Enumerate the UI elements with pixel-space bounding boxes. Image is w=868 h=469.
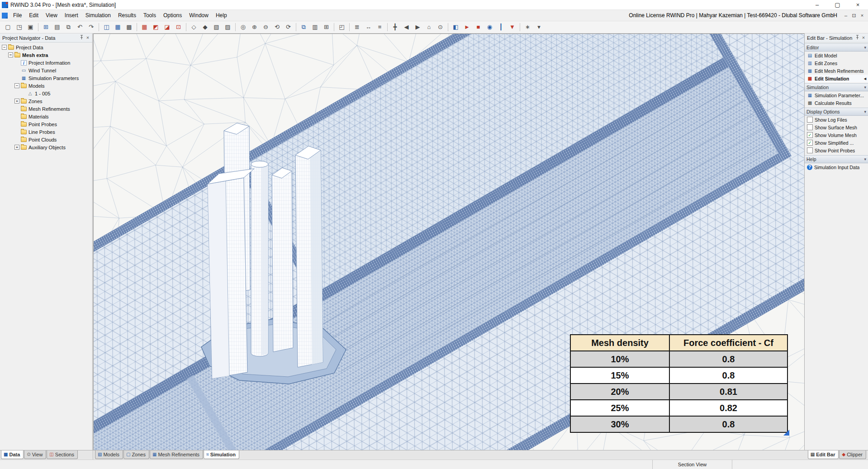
close-icon[interactable]: × (85, 35, 91, 41)
tab-sections[interactable]: ◫Sections (47, 450, 78, 459)
new-project-icon[interactable]: ▢ (3, 22, 13, 32)
menu-window[interactable]: Window (185, 10, 212, 21)
display-lines-icon[interactable]: ≣ (352, 22, 362, 32)
tab-view[interactable]: ⊙View (24, 450, 46, 459)
tree-item-zones[interactable]: +Zones (0, 97, 92, 105)
display-settings-icon[interactable]: ∗ (522, 22, 533, 32)
zoom-window-icon[interactable]: ◎ (238, 22, 248, 32)
checkbox-show-volume-mesh[interactable]: ✓Show Volume Mesh (805, 131, 868, 139)
section-box-icon[interactable]: ◰ (337, 22, 347, 32)
tree-item-mesh-extra[interactable]: −Mesh extra (0, 51, 92, 59)
copy-icon[interactable]: ⧉ (63, 22, 74, 32)
stop-calculation-icon[interactable]: ■ (473, 22, 484, 32)
editbar-item-edit-zones[interactable]: ▥Edit Zones (805, 59, 868, 67)
tab-edit-bar[interactable]: ▤Edit Bar (808, 450, 839, 459)
more-options-icon[interactable]: ▾ (534, 22, 544, 32)
collapse-icon[interactable]: − (2, 45, 7, 50)
generate-mesh-icon[interactable]: ▦ (139, 22, 150, 32)
child-restore-button[interactable]: ⊡ (850, 13, 858, 19)
child-minimize-button[interactable]: – (842, 13, 850, 19)
pin-icon[interactable] (854, 35, 860, 41)
wireframe-view-icon[interactable]: ◇ (189, 22, 199, 32)
menu-file[interactable]: File (9, 10, 25, 21)
section-header-simulation[interactable]: Simulation▾ (805, 83, 868, 91)
zoom-in-icon[interactable]: ⊕ (249, 22, 260, 32)
close-icon[interactable]: × (860, 35, 867, 41)
checkbox-show-log-files[interactable]: Show Log Files (805, 116, 868, 123)
viewport-3d[interactable]: Mesh densityForce coefficient - Cf10%0.8… (93, 33, 805, 451)
editbar-item-simulation-parameter[interactable]: ▦Simulation Parameter... (805, 91, 868, 99)
tree-item-project-data[interactable]: −Project Data (0, 43, 92, 51)
menu-insert[interactable]: Insert (61, 10, 82, 21)
tree-item-point-clouds[interactable]: Point Clouds (0, 136, 92, 143)
section-header-editor[interactable]: Editor▾ (805, 43, 868, 52)
print-graphic-icon[interactable]: ▥ (310, 22, 320, 32)
unchecked-checkbox-icon[interactable] (807, 124, 813, 130)
wind-direction-icon[interactable]: ► (462, 22, 472, 32)
view-right-icon[interactable]: ▶ (413, 22, 423, 32)
line-probe-icon[interactable]: ┃ (496, 22, 506, 32)
menu-simulation[interactable]: Simulation (82, 10, 114, 21)
expand-icon[interactable]: + (14, 99, 19, 104)
expand-icon[interactable]: + (14, 145, 19, 150)
child-close-button[interactable]: × (858, 13, 866, 19)
pin-icon[interactable] (78, 35, 85, 41)
project-navigator-icon[interactable]: ◫ (101, 22, 112, 32)
point-probe-icon[interactable]: ◉ (484, 22, 495, 32)
measure-icon[interactable]: ↔ (363, 22, 374, 32)
table-resize-handle[interactable] (783, 430, 789, 436)
unchecked-checkbox-icon[interactable] (807, 117, 813, 123)
editbar-item-calculate-results[interactable]: ▩Calculate Results (805, 99, 868, 107)
save-image-icon[interactable]: ⊞ (321, 22, 332, 32)
menu-options[interactable]: Options (160, 10, 185, 21)
checked-checkbox-icon[interactable]: ✓ (807, 132, 813, 138)
zoom-out-icon[interactable]: ⊖ (261, 22, 271, 32)
save-project-icon[interactable]: ▣ (25, 22, 36, 32)
tree-item-materials[interactable]: Materials (0, 113, 92, 120)
check-model-icon[interactable]: ◩ (151, 22, 161, 32)
tree-item-wind-tunnel[interactable]: ▭Wind Tunnel (0, 66, 92, 74)
tree-item-models[interactable]: −Models (0, 82, 92, 90)
refresh-view-icon[interactable]: ⟳ (283, 22, 294, 32)
redo-icon[interactable]: ↷ (86, 22, 96, 32)
menu-help[interactable]: Help (212, 10, 231, 21)
copy-image-icon[interactable]: ⧉ (299, 22, 309, 32)
menu-edit[interactable]: Edit (25, 10, 42, 21)
checkbox-show-point-probes[interactable]: Show Point Probes (805, 147, 868, 154)
tab-simulation[interactable]: ≈Simulation (204, 450, 239, 459)
tab-models[interactable]: ▧Models (95, 450, 123, 459)
close-button[interactable]: × (848, 0, 868, 9)
tree-item-mesh-refinements[interactable]: Mesh Refinements (0, 105, 92, 113)
isometric-view-icon[interactable]: ⌂ (424, 22, 434, 32)
tab-clipper[interactable]: ◆Clipper (839, 450, 866, 459)
parameters-icon[interactable]: ▩ (124, 22, 134, 32)
render-settings-icon[interactable]: ◧ (451, 22, 461, 32)
previous-view-icon[interactable]: ⟲ (272, 22, 282, 32)
menu-results[interactable]: Results (114, 10, 140, 21)
tab-data[interactable]: ▦Data (1, 450, 24, 459)
editbar-item-edit-model[interactable]: ▤Edit Model (805, 52, 868, 59)
view-left-icon[interactable]: ◀ (401, 22, 412, 32)
collapse-icon[interactable]: − (8, 52, 13, 57)
open-project-icon[interactable]: ◳ (14, 22, 24, 32)
solid-view-icon[interactable]: ◆ (200, 22, 210, 32)
mesh-settings-icon[interactable]: ⊡ (173, 22, 184, 32)
edit-wind-tunnel-icon[interactable]: ◪ (162, 22, 172, 32)
collapse-icon[interactable]: − (14, 83, 19, 88)
checked-checkbox-icon[interactable]: ✓ (807, 140, 813, 146)
section-header-help[interactable]: Help▾ (805, 155, 868, 163)
print-icon[interactable]: ▤ (52, 22, 62, 32)
fit-view-icon[interactable]: ⊙ (435, 22, 446, 32)
display-layers-icon[interactable]: ≡ (375, 22, 385, 32)
tree-item-1-005[interactable]: △1 - 005 (0, 90, 92, 97)
menu-tools[interactable]: Tools (140, 10, 160, 21)
undo-icon[interactable]: ↶ (75, 22, 85, 32)
editbar-item-edit-mesh-refinements[interactable]: ▦Edit Mesh Refinements (805, 67, 868, 75)
menu-view[interactable]: View (42, 10, 61, 21)
units-icon[interactable]: ⊞ (41, 22, 51, 32)
tab-mesh-refinements[interactable]: ▦Mesh Refinements (150, 450, 203, 459)
maximize-button[interactable]: ▢ (827, 0, 848, 9)
unchecked-checkbox-icon[interactable] (807, 147, 813, 153)
tree-item-simulation-parameters[interactable]: ▦Simulation Parameters (0, 74, 92, 82)
checkbox-show-surface-mesh[interactable]: Show Surface Mesh (805, 123, 868, 131)
